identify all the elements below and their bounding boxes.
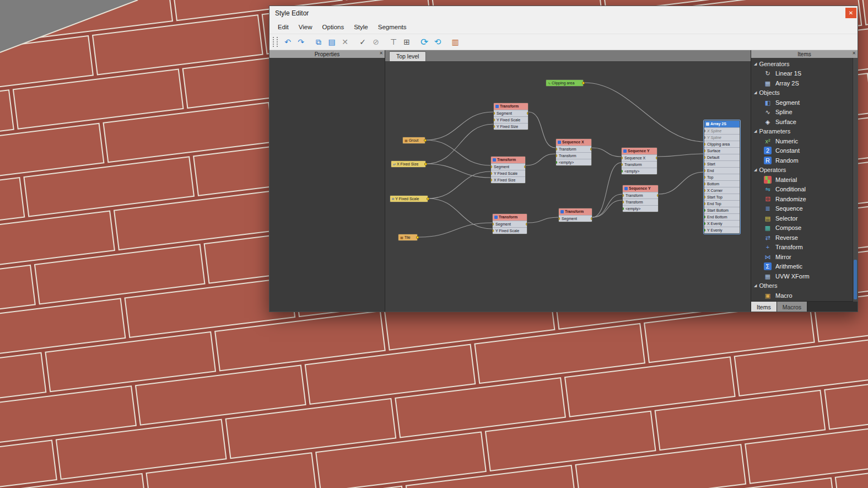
node-row-x-spline[interactable]: X Spline xyxy=(704,127,740,134)
output-port[interactable] xyxy=(591,217,592,220)
input-port[interactable] xyxy=(622,157,623,159)
input-port[interactable] xyxy=(704,196,705,199)
input-port[interactable] xyxy=(704,143,705,146)
update-icon[interactable]: ⟲ xyxy=(431,36,444,48)
menu-view[interactable]: View xyxy=(294,22,317,32)
input-port[interactable] xyxy=(704,149,705,152)
input-port[interactable] xyxy=(494,119,495,121)
close-button[interactable]: ✕ xyxy=(845,8,856,18)
node-row-transform[interactable]: Transform xyxy=(556,146,591,152)
node-sequence-y-seqy1[interactable]: Sequence YSequence XTransform<empty> xyxy=(621,147,657,175)
items-group-objects[interactable]: ◢Objects xyxy=(751,88,858,98)
output-port[interactable] xyxy=(424,139,427,142)
items-scrollbar[interactable] xyxy=(853,58,858,302)
items-scrollbar-thumb[interactable] xyxy=(854,260,857,299)
node-row-end-bottom[interactable]: End Bottom xyxy=(704,213,740,220)
node-row-y-fixed-scale[interactable]: Y Fixed Scale xyxy=(494,116,528,123)
output-port[interactable] xyxy=(590,148,591,151)
node-row-empty[interactable]: <empty> xyxy=(556,159,591,165)
node-row-y-spline[interactable]: Y Spline xyxy=(704,134,740,141)
input-port[interactable] xyxy=(704,189,705,192)
input-port[interactable] xyxy=(623,201,624,203)
undo-icon[interactable]: ↶ xyxy=(281,36,294,48)
node-row-segment[interactable]: Segment xyxy=(493,221,527,227)
node-row-sequence-x[interactable]: Sequence X xyxy=(622,154,657,161)
input-port[interactable] xyxy=(493,229,494,232)
node-row-empty[interactable]: <empty> xyxy=(623,205,658,212)
output-port[interactable] xyxy=(527,112,528,115)
list-item-transform[interactable]: +Transform xyxy=(751,243,858,253)
redo-icon[interactable]: ↷ xyxy=(294,36,308,48)
input-port[interactable] xyxy=(556,161,557,164)
node-row-empty[interactable]: <empty> xyxy=(622,168,657,174)
input-port[interactable] xyxy=(704,136,705,139)
menu-segments[interactable]: Segments xyxy=(373,22,412,32)
input-port[interactable] xyxy=(559,217,560,220)
output-port[interactable] xyxy=(427,197,429,200)
list-item-reverse[interactable]: ⇄Reverse xyxy=(751,233,858,243)
node-transform-t3[interactable]: TransformSegmentY Fixed Scale xyxy=(492,213,527,234)
node-x-fixed-size-xfs[interactable]: x²X Fixed Size xyxy=(391,160,426,168)
menu-options[interactable]: Options xyxy=(317,22,349,32)
node-row-start-top[interactable]: Start Top xyxy=(704,194,740,200)
expand-icon[interactable]: ⊞ xyxy=(400,36,413,48)
node-row-clipping-area[interactable]: Clipping area xyxy=(704,141,740,147)
node-row-top[interactable]: Top xyxy=(704,174,740,180)
list-item-spline[interactable]: ∿Spline xyxy=(751,108,858,117)
paste-icon[interactable]: ▤ xyxy=(325,36,338,48)
library-icon[interactable]: ▥ xyxy=(449,36,462,48)
input-port[interactable] xyxy=(704,183,705,185)
list-item-macro[interactable]: ▣Macro xyxy=(751,291,858,301)
output-port[interactable] xyxy=(657,194,658,197)
node-tile-tile[interactable]: ▦Tile xyxy=(398,234,418,241)
input-port[interactable] xyxy=(556,154,557,157)
node-array-2s-array[interactable]: Array 2SX SplineY SplineClipping areaSur… xyxy=(704,120,740,234)
node-transform-t1[interactable]: TransformSegmentY Fixed ScaleY Fixed Siz… xyxy=(493,103,529,130)
input-port[interactable] xyxy=(491,179,492,181)
items-close-icon[interactable]: ✕ xyxy=(852,51,856,56)
node-y-fixed-scale-yfs[interactable]: RY Fixed Scale xyxy=(390,195,428,202)
input-port[interactable] xyxy=(704,202,705,205)
input-port[interactable] xyxy=(704,229,705,232)
node-clipping-area-clip[interactable]: ∿Clipping area xyxy=(546,79,584,87)
node-row-bottom[interactable]: Bottom xyxy=(704,180,740,187)
output-port[interactable] xyxy=(524,165,525,168)
node-transform-t2[interactable]: TransformSegmentY Fixed ScaleX Fixed Siz… xyxy=(490,156,526,184)
node-canvas[interactable]: ∿Clipping area▦Groutx²X Fixed SizeRY Fix… xyxy=(385,61,751,312)
list-item-linear-1s[interactable]: ↻Linear 1S xyxy=(751,69,858,79)
delete-icon[interactable]: ✕ xyxy=(338,36,352,48)
node-row-x-fixed-size[interactable]: X Fixed Size xyxy=(491,176,525,183)
input-port[interactable] xyxy=(622,170,623,173)
properties-close-icon[interactable]: ✕ xyxy=(379,51,383,56)
node-row-start-bottom[interactable]: Start Bottom xyxy=(704,207,740,213)
node-row-surface[interactable]: Surface xyxy=(704,147,740,154)
list-item-randomize[interactable]: ⚄Randomize xyxy=(751,194,858,204)
list-item-arithmetic[interactable]: ΣArithmetic xyxy=(751,262,858,272)
input-port[interactable] xyxy=(704,163,705,165)
node-row-transform[interactable]: Transform xyxy=(622,161,657,168)
menu-edit[interactable]: Edit xyxy=(273,22,294,32)
node-row-y-fixed-scale[interactable]: Y Fixed Scale xyxy=(493,227,527,234)
node-row-default[interactable]: Default xyxy=(704,154,740,160)
node-row-segment[interactable]: Segment xyxy=(491,163,525,170)
input-port[interactable] xyxy=(704,169,705,172)
node-row-segment[interactable]: Segment xyxy=(559,215,592,222)
list-item-conditional[interactable]: ⇋Conditional xyxy=(751,185,858,195)
collapse-icon[interactable]: ⊤ xyxy=(387,36,400,48)
input-port[interactable] xyxy=(491,172,492,175)
list-item-mirror[interactable]: ⋈Mirror xyxy=(751,252,858,262)
toolbar-grip-handle[interactable] xyxy=(273,37,278,47)
list-item-selector[interactable]: ▤Selector xyxy=(751,213,858,223)
node-row-transform[interactable]: Transform xyxy=(623,199,658,205)
input-port[interactable] xyxy=(704,216,705,218)
input-port[interactable] xyxy=(622,163,623,166)
input-port[interactable] xyxy=(704,156,705,159)
list-item-array-2s[interactable]: ▦Array 2S xyxy=(751,78,858,88)
list-item-random[interactable]: RRandom xyxy=(751,155,858,165)
node-row-y-evenly[interactable]: Y Evenly xyxy=(704,227,740,233)
validate-icon[interactable]: ✓ xyxy=(356,36,369,48)
node-row-y-fixed-scale[interactable]: Y Fixed Scale xyxy=(491,170,525,176)
copy-icon[interactable]: ⧉ xyxy=(312,36,325,48)
node-row-x-corner[interactable]: X Corner xyxy=(704,187,740,194)
node-row-transform[interactable]: Transform xyxy=(556,152,591,159)
